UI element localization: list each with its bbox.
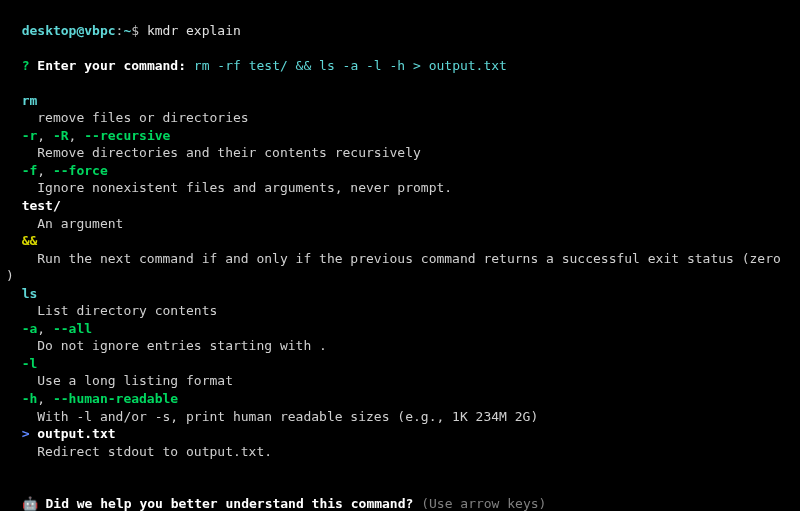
feedback-hint: (Use arrow keys) xyxy=(413,496,546,511)
token-human: -h, --human-readable xyxy=(6,390,794,408)
feedback-question: Did we help you better understand this c… xyxy=(45,496,413,511)
opt-r: -r xyxy=(22,128,38,143)
blank-line xyxy=(6,460,794,478)
desc-human: With -l and/or -s, print human readable … xyxy=(6,408,794,426)
sep: , xyxy=(37,163,53,178)
opt-human: --human-readable xyxy=(53,391,178,406)
sep: , xyxy=(37,128,53,143)
token-rm: rm xyxy=(6,92,794,110)
token-l: -l xyxy=(6,355,794,373)
desc-force: Ignore nonexistent files and arguments, … xyxy=(6,179,794,197)
token-ls: ls xyxy=(6,285,794,303)
desc-and-part1: Run the next command if and only if the … xyxy=(6,250,794,268)
typed-command[interactable]: kmdr explain xyxy=(147,23,241,38)
token-test: test/ xyxy=(6,197,794,215)
prompt-user: desktop xyxy=(22,23,77,38)
sep: , xyxy=(37,321,53,336)
desc-rm: remove files or directories xyxy=(6,109,794,127)
enter-command-label: Enter your command: xyxy=(29,58,193,73)
enter-command-line: ? Enter your command: rm -rf test/ && ls… xyxy=(6,39,794,74)
blank-line xyxy=(6,74,794,92)
opt-R: -R xyxy=(53,128,69,143)
opt-h: -h xyxy=(22,391,38,406)
token-force: -f, --force xyxy=(6,162,794,180)
opt-a: -a xyxy=(22,321,38,336)
desc-recursive: Remove directories and their contents re… xyxy=(6,144,794,162)
opt-all: --all xyxy=(53,321,92,336)
cmd-ls: ls xyxy=(22,286,38,301)
desc-redirect: Redirect stdout to output.txt. xyxy=(6,443,794,461)
shell-prompt-line: desktop@vbpc:~$ kmdr explain xyxy=(6,4,794,39)
token-redirect: > output.txt xyxy=(6,425,794,443)
opt-l: -l xyxy=(22,356,38,371)
entered-command[interactable]: rm -rf test/ && ls -a -l -h > output.txt xyxy=(194,58,507,73)
cmd-name: rm xyxy=(22,93,38,108)
token-all: -a, --all xyxy=(6,320,794,338)
desc-ls: List directory contents xyxy=(6,302,794,320)
desc-test: An argument xyxy=(6,215,794,233)
opt-f: -f xyxy=(22,163,38,178)
arg-test: test/ xyxy=(22,198,61,213)
feedback-question-line: 🤖 Did we help you better understand this… xyxy=(6,478,794,511)
robot-icon: 🤖 xyxy=(22,496,38,511)
desc-l: Use a long listing format xyxy=(6,372,794,390)
sep: , xyxy=(69,128,85,143)
token-and: && xyxy=(6,232,794,250)
prompt-host: vbpc xyxy=(84,23,115,38)
op-and: && xyxy=(22,233,38,248)
redir-target: output.txt xyxy=(37,426,115,441)
opt-recursive: --recursive xyxy=(84,128,170,143)
prompt-dollar: $ xyxy=(131,23,147,38)
desc-and-part2: ) xyxy=(6,267,794,285)
opt-force: --force xyxy=(53,163,108,178)
token-recursive: -r, -R, --recursive xyxy=(6,127,794,145)
sep: , xyxy=(37,391,53,406)
desc-all: Do not ignore entries starting with . xyxy=(6,337,794,355)
